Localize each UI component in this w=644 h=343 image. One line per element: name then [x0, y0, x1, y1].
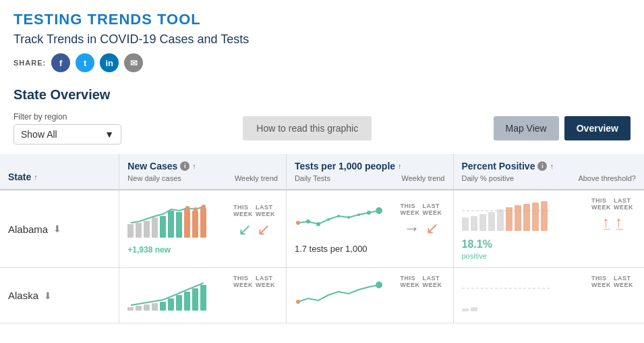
alaska-new-cases-bar-chart	[127, 275, 231, 316]
svg-point-44	[376, 282, 382, 288]
filter-value: Show All	[21, 129, 57, 140]
new-cases-info-icon[interactable]: i	[180, 161, 189, 171]
filter-row: Filter by region Show All ▼ How to read …	[0, 108, 644, 154]
percent-trend-arrows: ↑— ↑—	[602, 213, 622, 231]
overview-button[interactable]: Overview	[564, 116, 631, 140]
alaska-week-labels: THISWEEK LASTWEEK	[233, 275, 275, 288]
daily-tests-sub-label: Daily Tests	[295, 174, 330, 182]
svg-point-11	[194, 207, 198, 211]
svg-rect-26	[488, 212, 495, 231]
tests-this-week-arrow-icon: →	[404, 219, 420, 238]
svg-rect-31	[532, 203, 539, 231]
col-header-new-cases: New Cases i ↑ New daily cases Weekly tre…	[119, 154, 287, 190]
svg-rect-38	[168, 298, 174, 311]
svg-point-13	[296, 221, 300, 225]
alaska-this-week-label: THISWEEK	[233, 275, 253, 288]
alaska-bar-chart-svg	[127, 275, 215, 314]
last-week-arrow-icon: ↙	[257, 220, 270, 239]
tests-sort-icon[interactable]: ↑	[398, 162, 402, 170]
filter-right: Map View Overview	[494, 116, 631, 140]
svg-rect-32	[541, 201, 548, 231]
header: TESTING TRENDS TOOL Track Trends in COVI…	[0, 0, 644, 87]
alaska-tests-chart	[295, 275, 398, 316]
percent-sort-icon[interactable]: ↑	[550, 162, 554, 170]
trend-arrows: ↙ ↙	[238, 220, 270, 239]
dropdown-chevron-icon: ▼	[105, 129, 114, 140]
new-cases-weekly-trend: THISWEEK LASTWEEK ↙ ↙	[231, 204, 278, 239]
tests-cell: 1.7 tests per 1,000 THISWEEK LASTWEEK → …	[286, 190, 453, 268]
svg-rect-24	[471, 216, 477, 231]
tests-weekly-trend: THISWEEK LASTWEEK → ↙	[398, 203, 445, 238]
email-share-button[interactable]: ✉	[124, 53, 143, 72]
filter-left: Filter by region Show All ▼	[13, 112, 121, 144]
percent-week-labels: THISWEEK LASTWEEK	[591, 197, 633, 211]
new-cases-value: +1,938 new	[127, 245, 231, 255]
svg-rect-9	[200, 208, 206, 238]
table-row: Alaska ⬇	[0, 268, 644, 323]
download-icon[interactable]: ⬇	[44, 290, 52, 301]
new-cases-sort-icon[interactable]: ↑	[192, 162, 196, 170]
new-cases-sub-label: New daily cases	[127, 174, 181, 182]
new-cases-col-label: New Cases	[127, 161, 177, 172]
alaska-last-week-label: LASTWEEK	[256, 275, 275, 288]
app-title: TESTING TRENDS TOOL	[13, 11, 631, 28]
tests-chart-svg	[295, 203, 382, 242]
svg-point-19	[357, 213, 360, 216]
alaska-percent-this-week-label: THISWEEK	[591, 275, 611, 288]
map-view-button[interactable]: Map View	[494, 116, 559, 140]
this-week-label: THISWEEK	[233, 204, 253, 217]
percent-last-week-arrow-icon: ↑—	[615, 213, 622, 231]
svg-point-12	[202, 205, 206, 209]
svg-rect-25	[479, 214, 486, 231]
svg-rect-36	[152, 303, 158, 311]
svg-rect-41	[192, 288, 198, 311]
percent-positive-value: 18.1% positive	[462, 238, 589, 261]
state-cell: Alaska ⬇	[0, 268, 119, 323]
state-name: Alabama	[8, 223, 48, 235]
tests-trend-arrows: → ↙	[404, 219, 439, 238]
svg-rect-3	[152, 217, 158, 238]
svg-rect-28	[506, 207, 513, 231]
percent-col-label: Percent Positive	[462, 161, 535, 172]
alaska-percent-svg	[462, 275, 550, 314]
svg-rect-1	[136, 223, 142, 238]
svg-point-20	[367, 211, 371, 215]
this-week-arrow-icon: ↙	[238, 220, 252, 239]
region-filter-dropdown[interactable]: Show All ▼	[13, 124, 121, 144]
download-icon[interactable]: ⬇	[53, 223, 61, 234]
twitter-share-button[interactable]: t	[76, 53, 94, 72]
percent-info-icon[interactable]: i	[537, 161, 547, 171]
facebook-share-button[interactable]: f	[51, 53, 70, 72]
state-cell: Alabama ⬇	[0, 190, 119, 268]
alaska-percent-chart	[462, 275, 589, 316]
svg-point-17	[337, 215, 340, 217]
tests-value: 1.7 tests per 1,000	[295, 244, 398, 254]
linkedin-share-button[interactable]: in	[100, 53, 119, 72]
svg-point-14	[306, 219, 310, 223]
percent-cell: 18.1% positive THISWEEK LASTWEEK ↑— ↑—	[453, 190, 644, 268]
weekly-trend-sub-label: Weekly trend	[235, 174, 278, 182]
read-graphic-button[interactable]: How to read this graphic	[243, 116, 372, 140]
filter-center: How to read this graphic	[243, 116, 372, 140]
svg-rect-46	[462, 309, 469, 311]
svg-rect-47	[471, 307, 477, 311]
app-subtitle: Track Trends in COVID-19 Cases and Tests	[13, 32, 631, 47]
svg-point-21	[376, 207, 382, 214]
percent-this-week-label: THISWEEK	[591, 197, 611, 211]
col-header-percent: Percent Positive i ↑ Daily % positive Ab…	[453, 154, 644, 190]
svg-rect-27	[497, 209, 504, 231]
percent-chart-svg	[462, 197, 550, 236]
svg-rect-29	[515, 205, 521, 231]
share-row: SHARE: f t in ✉	[13, 53, 631, 72]
state-sort-icon[interactable]: ↑	[34, 173, 38, 181]
table-header-row: State ↑ New Cases i ↑ New daily cases We…	[0, 154, 644, 190]
percent-chart: 18.1% positive	[462, 197, 589, 261]
svg-rect-33	[127, 307, 134, 311]
new-cases-cell: +1,938 new THISWEEK LASTWEEK ↙ ↙	[119, 190, 287, 268]
svg-point-18	[347, 216, 350, 219]
svg-rect-0	[127, 224, 134, 238]
svg-rect-23	[462, 217, 469, 231]
last-week-label: LASTWEEK	[256, 204, 275, 217]
svg-rect-8	[192, 211, 198, 238]
svg-rect-6	[176, 212, 182, 238]
